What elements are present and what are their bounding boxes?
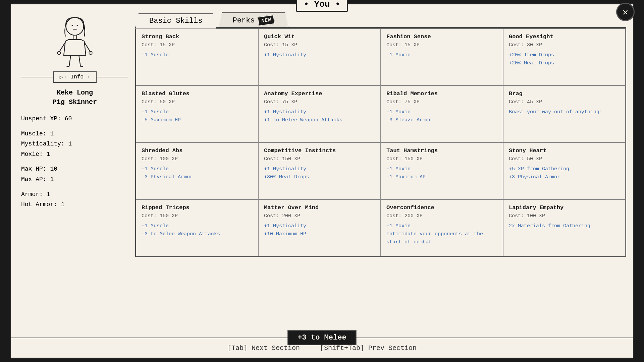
skill-name-7: Brag xyxy=(509,90,620,97)
tab-perks-label: Perks xyxy=(232,16,255,25)
skill-name-14: Overconfidence xyxy=(386,204,497,211)
core-stats: Muscle: 1 Mysticality: 1 Moxie: 1 xyxy=(21,129,128,160)
skill-card-15[interactable]: Lapidary EmpathyCost: 100 XP2x Materials… xyxy=(503,199,626,256)
muscle-stat: Muscle: 1 xyxy=(21,129,128,139)
info-button[interactable]: ▷ · Info · xyxy=(53,71,97,83)
skill-name-4: Blasted Glutes xyxy=(142,90,253,97)
hp-ap-stats: Max HP: 10 Max AP: 1 xyxy=(21,164,128,184)
skill-name-0: Strong Back xyxy=(142,34,253,40)
info-line-left xyxy=(21,77,53,77)
skill-name-12: Ripped Triceps xyxy=(142,204,253,211)
skill-card-9[interactable]: Competitive InstinctsCost: 150 XP+1 Myst… xyxy=(258,142,381,199)
tabs-container: Basic Skills Perks NEW xyxy=(135,8,626,28)
melee-notification: +3 to Melee xyxy=(287,330,356,345)
skill-bonus-9: +1 Mysticality +30% Meat Drops xyxy=(264,165,375,181)
skill-cost-10: Cost: 150 XP xyxy=(386,156,497,162)
skill-cost-4: Cost: 50 XP xyxy=(142,99,253,105)
skill-card-11[interactable]: Stony HeartCost: 50 XP+5 XP from Gatheri… xyxy=(503,142,626,199)
skill-bonus-13: +1 Mysticality +10 Maximum HP xyxy=(264,222,375,238)
moxie-stat: Moxie: 1 xyxy=(21,149,128,160)
skill-name-2: Fashion Sense xyxy=(386,34,497,40)
skill-bonus-0: +1 Muscle xyxy=(142,51,253,59)
svg-point-0 xyxy=(66,17,84,35)
skill-cost-12: Cost: 150 XP xyxy=(142,213,253,219)
skill-card-7[interactable]: BragCost: 45 XPBoast your way out of any… xyxy=(503,85,626,142)
skill-name-13: Matter Over Mind xyxy=(264,204,375,211)
skill-name-10: Taut Hamstrings xyxy=(386,147,497,154)
skill-bonus-7: Boast your way out of anything! xyxy=(509,108,620,116)
info-line-right xyxy=(97,77,128,77)
skill-card-12[interactable]: Ripped TricepsCost: 150 XP+1 Muscle +3 t… xyxy=(136,199,258,256)
skill-bonus-8: +1 Muscle +3 Physical Armor xyxy=(142,165,253,181)
close-button[interactable]: ✕ xyxy=(616,3,635,21)
skill-cost-1: Cost: 15 XP xyxy=(264,42,375,48)
mysticality-stat: Mysticality: 1 xyxy=(21,139,128,149)
skill-bonus-2: +1 Moxie xyxy=(386,51,497,59)
skill-bonus-5: +1 Mysticality +1 to Melee Weapon Attack… xyxy=(264,108,375,124)
skill-name-11: Stony Heart xyxy=(509,147,620,154)
armor-stats: Armor: 1 Hot Armor: 1 xyxy=(21,189,128,210)
skill-cost-14: Cost: 200 XP xyxy=(386,213,497,219)
skill-card-0[interactable]: Strong BackCost: 15 XP+1 Muscle xyxy=(136,28,258,85)
unspent-xp-label: Unspent XP: 60 xyxy=(21,114,128,124)
skill-cost-9: Cost: 150 XP xyxy=(264,156,375,162)
skill-cost-7: Cost: 45 XP xyxy=(509,99,620,105)
skill-cost-5: Cost: 75 XP xyxy=(264,99,375,105)
skill-name-5: Anatomy Expertise xyxy=(264,90,375,97)
skill-cost-13: Cost: 200 XP xyxy=(264,213,375,219)
main-panel: You ✕ xyxy=(10,3,634,359)
character-art xyxy=(21,14,128,68)
skill-cost-11: Cost: 50 XP xyxy=(509,156,620,162)
skill-bonus-14: +1 Moxie Intimidate your opponents at th… xyxy=(386,222,497,246)
skill-card-2[interactable]: Fashion SenseCost: 15 XP+1 Moxie xyxy=(381,28,503,85)
skills-grid: Strong BackCost: 15 XP+1 MuscleQuick Wit… xyxy=(135,28,626,257)
skill-name-15: Lapidary Empathy xyxy=(509,204,620,211)
skill-card-5[interactable]: Anatomy ExpertiseCost: 75 XP+1 Mysticali… xyxy=(258,85,381,142)
skill-bonus-6: +1 Moxie +3 Sleaze Armor xyxy=(386,108,497,124)
armor-stat: Armor: 1 xyxy=(21,189,128,200)
window-title: You xyxy=(296,0,348,12)
info-label: · Info · xyxy=(64,74,90,80)
skill-name-3: Good Eyesight xyxy=(509,34,620,40)
skill-card-1[interactable]: Quick WitCost: 15 XP+1 Mysticality xyxy=(258,28,381,85)
max-ap-stat: Max AP: 1 xyxy=(21,174,128,185)
skill-bonus-11: +5 XP from Gathering +3 Physical Armor xyxy=(509,165,620,181)
skill-card-8[interactable]: Shredded AbsCost: 100 XP+1 Muscle +3 Phy… xyxy=(136,142,258,199)
right-panel: Basic Skills Perks NEW Strong BackCost: … xyxy=(135,4,633,338)
max-hp-stat: Max HP: 10 xyxy=(21,164,128,174)
skill-cost-0: Cost: 15 XP xyxy=(142,42,253,48)
skill-card-14[interactable]: OverconfidenceCost: 200 XP+1 Moxie Intim… xyxy=(381,199,503,256)
skill-card-13[interactable]: Matter Over MindCost: 200 XP+1 Mysticali… xyxy=(258,199,381,256)
tab-basic-skills[interactable]: Basic Skills xyxy=(135,13,216,28)
new-badge: NEW xyxy=(258,15,275,26)
skill-bonus-10: +1 Moxie +1 Maximum AP xyxy=(386,165,497,181)
svg-line-11 xyxy=(69,55,71,66)
skill-name-1: Quick Wit xyxy=(264,34,375,40)
svg-point-1 xyxy=(72,25,73,26)
skill-bonus-1: +1 Mysticality xyxy=(264,51,375,59)
tab-basic-skills-label: Basic Skills xyxy=(149,17,202,25)
skill-cost-3: Cost: 30 XP xyxy=(509,42,620,48)
skill-cost-2: Cost: 15 XP xyxy=(386,42,497,48)
skill-card-4[interactable]: Blasted GlutesCost: 50 XP+1 Muscle +5 Ma… xyxy=(136,85,258,142)
character-name: Keke Long Pig Skinner xyxy=(21,88,128,107)
skill-bonus-15: 2x Materials from Gathering xyxy=(509,222,620,230)
skill-card-6[interactable]: Ribald MemoriesCost: 75 XP+1 Moxie +3 Sl… xyxy=(381,85,503,142)
unspent-xp: Unspent XP: 60 xyxy=(21,114,128,124)
skill-name-9: Competitive Instincts xyxy=(264,147,375,154)
skill-cost-8: Cost: 100 XP xyxy=(142,156,253,162)
info-button-container: ▷ · Info · xyxy=(21,71,128,83)
skill-card-3[interactable]: Good EyesightCost: 30 XP+20% Item Drops … xyxy=(503,28,626,85)
skill-cost-6: Cost: 75 XP xyxy=(386,99,497,105)
character-avatar xyxy=(51,14,98,68)
skill-cost-15: Cost: 100 XP xyxy=(509,213,620,219)
stats-section: Unspent XP: 60 Muscle: 1 Mysticality: 1 … xyxy=(21,114,128,210)
svg-line-12 xyxy=(79,55,80,66)
left-panel: ▷ · Info · Keke Long Pig Skinner Unspent… xyxy=(11,4,135,338)
tab-perks[interactable]: Perks NEW xyxy=(218,12,288,28)
skill-bonus-4: +1 Muscle +5 Maximum HP xyxy=(142,108,253,124)
skill-bonus-3: +20% Item Drops +20% Meat Drops xyxy=(509,51,620,67)
skill-card-10[interactable]: Taut HamstringsCost: 150 XP+1 Moxie +1 M… xyxy=(381,142,503,199)
skill-name-8: Shredded Abs xyxy=(142,147,253,154)
svg-point-2 xyxy=(77,25,78,26)
